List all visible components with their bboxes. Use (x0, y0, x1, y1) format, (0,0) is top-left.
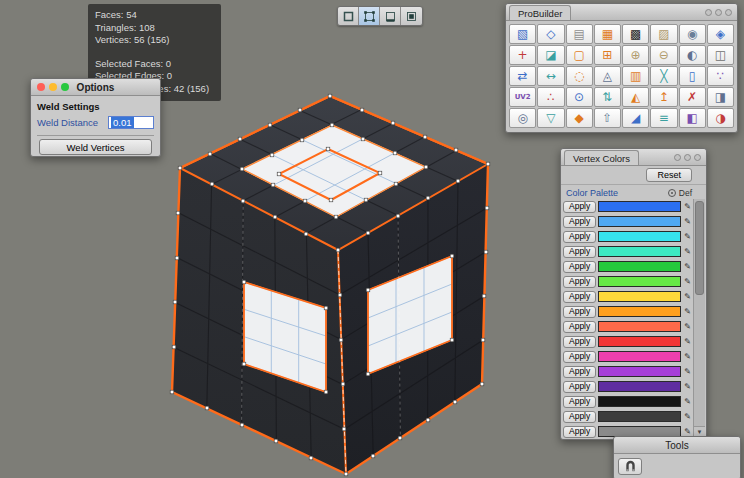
center-pivot-button[interactable]: ◎ (509, 108, 536, 128)
color-swatch[interactable] (598, 336, 681, 347)
handle-orientation-button[interactable]: + (509, 45, 536, 65)
apply-color-button[interactable]: Apply (563, 411, 596, 423)
color-swatch[interactable] (598, 366, 681, 377)
mirror-objects-button[interactable]: ◧ (679, 108, 706, 128)
fill-hole-button[interactable]: ◌ (566, 66, 593, 86)
probuilder-tab[interactable]: ProBuilder (509, 5, 571, 20)
tools-titlebar[interactable]: Tools (614, 437, 740, 454)
cube-object[interactable] (170, 94, 490, 476)
weld-distance-input[interactable]: 0.01 (108, 116, 154, 129)
select-ring-button[interactable]: ↔ (537, 66, 564, 86)
bevel-edges-button[interactable]: ◢ (622, 108, 649, 128)
eyedropper-icon[interactable]: ✎ (683, 292, 692, 301)
eyedropper-icon[interactable]: ✎ (683, 322, 692, 331)
duplicate-faces-button[interactable]: ◨ (707, 87, 734, 107)
eyedropper-icon[interactable]: ✎ (683, 202, 692, 211)
triangulate-faces-button[interactable]: ◬ (594, 66, 621, 86)
delete-faces-button[interactable]: ✗ (679, 87, 706, 107)
eyedropper-icon[interactable]: ✎ (683, 352, 692, 361)
material-editor-button[interactable]: ▦ (594, 24, 621, 44)
eyedropper-icon[interactable]: ✎ (683, 382, 692, 391)
color-swatch[interactable] (598, 396, 681, 407)
palette-def-label[interactable]: Def (679, 188, 692, 198)
apply-color-button[interactable]: Apply (563, 321, 596, 333)
apply-color-button[interactable]: Apply (563, 291, 596, 303)
eyedropper-icon[interactable]: ✎ (683, 247, 692, 256)
vertical-scrollbar[interactable]: ▼ (693, 199, 705, 438)
collapse-vertices-button[interactable]: ⊙ (566, 87, 593, 107)
invert-selection-button[interactable]: ◐ (679, 45, 706, 65)
window-control-dot[interactable] (694, 154, 701, 161)
options-titlebar[interactable]: Options (31, 79, 160, 96)
minimize-window-button[interactable] (49, 83, 57, 91)
color-swatch[interactable] (598, 411, 681, 422)
eyedropper-icon[interactable]: ✎ (683, 367, 692, 376)
new-shape-button[interactable]: ▧ (509, 24, 536, 44)
merge-objects-button[interactable]: ◑ (707, 108, 734, 128)
eyedropper-icon[interactable]: ✎ (683, 412, 692, 421)
lightmap-uv-button[interactable]: ▨ (650, 24, 677, 44)
new-poly-shape-button[interactable]: ◇ (537, 24, 564, 44)
split-vertices-button[interactable]: ∵ (707, 66, 734, 86)
select-loop-button[interactable]: ⇄ (509, 66, 536, 86)
color-swatch[interactable] (598, 276, 681, 287)
apply-color-button[interactable]: Apply (563, 381, 596, 393)
color-swatch[interactable] (598, 231, 681, 242)
window-control-dot[interactable] (715, 9, 722, 16)
smooth-preview-button[interactable]: ◉ (679, 24, 706, 44)
probuilder-titlebar[interactable]: ProBuilder (506, 4, 737, 21)
generate-uv2-button[interactable]: UV2 (509, 87, 536, 107)
snap-tool-button[interactable] (618, 458, 642, 475)
apply-color-button[interactable]: Apply (563, 201, 596, 213)
scrollbar-thumb[interactable] (695, 201, 704, 295)
window-control-dot[interactable] (725, 9, 732, 16)
eyedropper-icon[interactable]: ✎ (683, 337, 692, 346)
shrink-selection-button[interactable]: ⊖ (650, 45, 677, 65)
vertex-colors-titlebar[interactable]: Vertex Colors (561, 149, 706, 166)
window-control-dot[interactable] (674, 154, 681, 161)
detach-faces-button[interactable]: ◭ (622, 87, 649, 107)
apply-color-button[interactable]: Apply (563, 426, 596, 438)
subdivide-faces-button[interactable]: ▥ (622, 66, 649, 86)
apply-color-button[interactable]: Apply (563, 306, 596, 318)
select-hidden-button[interactable]: ◪ (537, 45, 564, 65)
shift-select-button[interactable]: ⊞ (594, 45, 621, 65)
extrude-faces-button[interactable]: ↥ (650, 87, 677, 107)
apply-color-button[interactable]: Apply (563, 216, 596, 228)
apply-color-button[interactable]: Apply (563, 366, 596, 378)
flip-normals-button[interactable]: ⇅ (594, 87, 621, 107)
object-picker-icon[interactable] (668, 189, 676, 197)
probuilderize-button[interactable]: ◆ (566, 108, 593, 128)
window-control-dot[interactable] (684, 154, 691, 161)
rect-select-button[interactable]: ▢ (566, 45, 593, 65)
face-mode-button[interactable] (401, 7, 422, 25)
color-swatch[interactable] (598, 381, 681, 392)
eyedropper-icon[interactable]: ✎ (683, 397, 692, 406)
eyedropper-icon[interactable]: ✎ (683, 307, 692, 316)
color-swatch[interactable] (598, 246, 681, 257)
eyedropper-icon[interactable]: ✎ (683, 217, 692, 226)
weld-vertices-button[interactable]: Weld Vertices (39, 139, 151, 155)
apply-color-button[interactable]: Apply (563, 246, 596, 258)
edge-mode-button[interactable] (380, 7, 401, 25)
grow-selection-button[interactable]: ⊕ (622, 45, 649, 65)
close-window-button[interactable] (37, 83, 45, 91)
eyedropper-icon[interactable]: ✎ (683, 277, 692, 286)
conform-normals-button[interactable]: ▽ (537, 108, 564, 128)
smoothing-groups-button[interactable]: ▤ (566, 24, 593, 44)
select-by-material-button[interactable]: ◫ (707, 45, 734, 65)
reset-button[interactable]: Reset (646, 168, 692, 182)
bridge-edges-button[interactable]: ≡ (650, 108, 677, 128)
eyedropper-icon[interactable]: ✎ (683, 427, 692, 436)
zoom-window-button[interactable] (61, 83, 69, 91)
apply-color-button[interactable]: Apply (563, 336, 596, 348)
apply-color-button[interactable]: Apply (563, 231, 596, 243)
connect-edges-button[interactable]: ╳ (650, 66, 677, 86)
color-swatch[interactable] (598, 216, 681, 227)
apply-color-button[interactable]: Apply (563, 261, 596, 273)
apply-color-button[interactable]: Apply (563, 276, 596, 288)
export-asset-button[interactable]: ⇧ (594, 108, 621, 128)
color-swatch[interactable] (598, 291, 681, 302)
apply-color-button[interactable]: Apply (563, 351, 596, 363)
window-control-dot[interactable] (705, 9, 712, 16)
